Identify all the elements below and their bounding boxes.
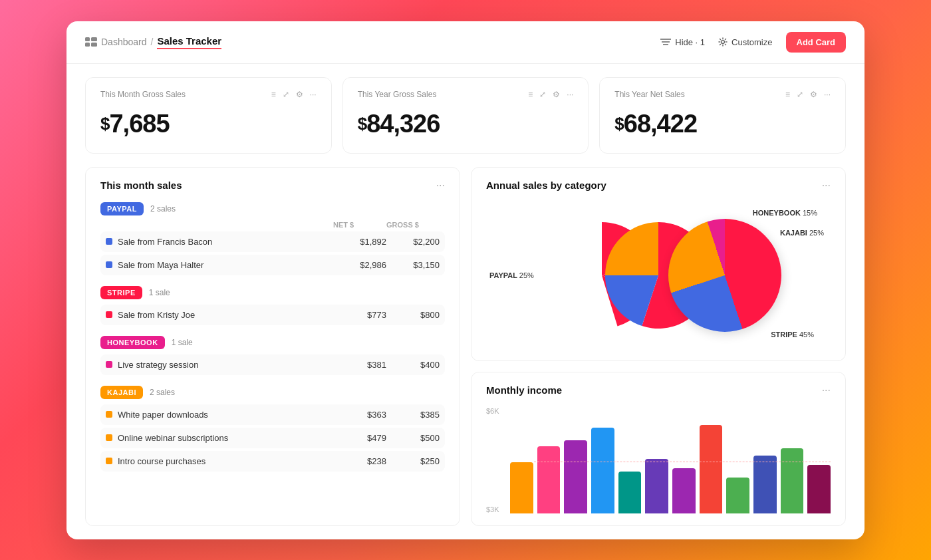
settings-icon-2[interactable]: ⚙ <box>810 90 817 99</box>
pie-label-paypal: PAYPAL 25% <box>489 271 534 279</box>
badge-paypal: PAYPAL <box>100 202 144 215</box>
svg-rect-3 <box>91 43 97 47</box>
monthly-sales-menu-icon[interactable]: ··· <box>436 180 445 192</box>
bar-col-0 <box>510 414 533 513</box>
settings-icon-1[interactable]: ⚙ <box>553 90 560 99</box>
sales-group-0: PAYPAL2 salesNET $GROSS $Sale from Franc… <box>100 202 445 275</box>
expand-icon-2[interactable]: ⤢ <box>797 90 803 99</box>
stat-actions-2: ≡ ⤢ ⚙ ··· <box>785 90 831 99</box>
breadcrumb: Dashboard / Sales Tracker <box>85 35 221 49</box>
more-icon-1[interactable]: ··· <box>567 90 573 99</box>
y-label-top: $6K <box>486 407 499 415</box>
hide-label: Hide · 1 <box>675 37 705 47</box>
stat-card-2: This Year Net Sales ≡ ⤢ ⚙ ··· $68,422 <box>599 77 846 154</box>
bar-col-5 <box>645 414 668 513</box>
sale-name-2-0: Live strategy session <box>106 360 333 370</box>
customize-label: Customize <box>732 37 772 47</box>
bar-chart-yaxis: $6K $3K <box>486 407 499 513</box>
pie-chart-menu-icon[interactable]: ··· <box>822 180 831 192</box>
sale-name-0-1: Sale from Maya Halter <box>106 260 333 270</box>
bar-col-7 <box>700 414 723 513</box>
breadcrumb-separator: / <box>151 37 154 47</box>
sales-group-header-1: STRIPE1 sale <box>100 286 445 299</box>
gear-icon <box>718 37 728 47</box>
header: Dashboard / Sales Tracker Hide · 1 Custo… <box>66 21 864 64</box>
bar-3 <box>591 428 614 513</box>
bar-col-11 <box>807 414 831 513</box>
bar-col-1 <box>537 414 561 513</box>
stat-card-header-1: This Year Gross Sales ≡ ⤢ ⚙ ··· <box>358 90 574 99</box>
pie-label-kajabi: KAJABI 25% <box>780 229 824 237</box>
header-actions: Hide · 1 Customize Add Card <box>660 32 846 53</box>
stat-value-1: $84,326 <box>358 110 574 138</box>
sales-columns-header: NET $GROSS $ <box>100 221 445 229</box>
badge-count-2: 1 sale <box>172 338 193 347</box>
sale-row-3-0: White paper downloads$363$385 <box>100 404 445 425</box>
bar-0 <box>510 462 533 513</box>
col-net: NET $ <box>333 221 386 229</box>
stat-value-2: $68,422 <box>614 110 831 138</box>
stat-title-2: This Year Net Sales <box>614 90 684 99</box>
sale-net-3-1: $479 <box>333 433 386 443</box>
sales-group-2: HONEYBOOK1 saleLive strategy session$381… <box>100 336 445 375</box>
bar-5 <box>645 459 668 513</box>
sale-name-3-2: Intro course purchases <box>106 456 333 466</box>
pie-label-honeybook: HONEYBOOK 15% <box>753 209 817 217</box>
sale-gross-1-0: $800 <box>386 310 440 320</box>
badge-honeybook: HONEYBOOK <box>100 336 165 349</box>
bar-6 <box>672 468 696 513</box>
stats-row: This Month Gross Sales ≡ ⤢ ⚙ ··· $7,685 … <box>85 77 846 154</box>
sale-dot-3-2 <box>106 458 112 464</box>
bottom-grid: This month sales ··· PAYPAL2 salesNET $G… <box>85 167 846 526</box>
expand-icon-0[interactable]: ⤢ <box>283 90 289 99</box>
bar-col-3 <box>591 414 614 513</box>
sale-net-1-0: $773 <box>333 310 386 320</box>
monthly-sales-title: This month sales <box>100 180 182 191</box>
sales-group-1: STRIPE1 saleSale from Kristy Joe$773$800 <box>100 286 445 325</box>
sale-row-3-2: Intro course purchases$238$250 <box>100 451 445 472</box>
sale-dot-3-0 <box>106 411 112 418</box>
pie-wrapper: HONEYBOOK 15% KAJABI 25% STRIPE 45% PAYP… <box>486 202 831 349</box>
sale-gross-3-0: $385 <box>386 410 440 420</box>
bar-chart-panel: Monthly income ··· $6K $3K <box>471 372 846 526</box>
sale-net-0-1: $2,986 <box>333 260 386 270</box>
bar-chart-title: Monthly income <box>486 384 562 396</box>
more-icon-0[interactable]: ··· <box>310 90 317 99</box>
sale-row-0-1: Sale from Maya Halter$2,986$3,150 <box>100 255 445 275</box>
sale-name-text-3-0: White paper downloads <box>118 410 208 420</box>
dashboard-icon <box>85 37 97 47</box>
filter-icon-0[interactable]: ≡ <box>271 90 276 99</box>
sale-net-3-0: $363 <box>333 410 386 420</box>
sale-name-text-1-0: Sale from Kristy Joe <box>118 310 195 320</box>
filter-icon-2[interactable]: ≡ <box>785 90 790 99</box>
stat-value-0: $7,685 <box>100 110 317 138</box>
sale-row-2-0: Live strategy session$381$400 <box>100 354 445 375</box>
main-content: This Month Gross Sales ≡ ⤢ ⚙ ··· $7,685 … <box>66 64 864 539</box>
bar-2 <box>564 440 587 513</box>
filter-icon-1[interactable]: ≡ <box>528 90 533 99</box>
settings-icon-0[interactable]: ⚙ <box>296 90 303 99</box>
bar-chart-menu-icon[interactable]: ··· <box>822 384 831 396</box>
customize-button[interactable]: Customize <box>718 37 772 47</box>
sales-group-header-0: PAYPAL2 sales <box>100 202 445 215</box>
sale-net-0-0: $1,892 <box>333 237 386 247</box>
sale-dot-3-1 <box>106 434 112 441</box>
sale-gross-0-1: $3,150 <box>386 260 440 270</box>
sale-net-2-0: $381 <box>333 360 386 370</box>
col-name <box>106 221 333 229</box>
pie-label-stripe: STRIPE 45% <box>771 331 814 339</box>
bar-col-10 <box>781 414 804 513</box>
col-gross: GROSS $ <box>386 221 440 229</box>
stat-actions-1: ≡ ⤢ ⚙ ··· <box>528 90 573 99</box>
sale-name-text-3-2: Intro course purchases <box>118 456 205 466</box>
stat-title-1: This Year Gross Sales <box>358 90 437 99</box>
sales-group-3: KAJABI2 salesWhite paper downloads$363$3… <box>100 386 445 472</box>
bar-chart-area: $6K $3K <box>486 407 831 513</box>
more-icon-2[interactable]: ··· <box>824 90 831 99</box>
hide-button[interactable]: Hide · 1 <box>660 37 705 47</box>
breadcrumb-current: Sales Tracker <box>157 35 221 49</box>
sale-name-0-0: Sale from Francis Bacon <box>106 237 333 247</box>
expand-icon-1[interactable]: ⤢ <box>539 90 546 99</box>
add-card-button[interactable]: Add Card <box>786 32 847 53</box>
stat-card-header-2: This Year Net Sales ≡ ⤢ ⚙ ··· <box>614 90 831 99</box>
